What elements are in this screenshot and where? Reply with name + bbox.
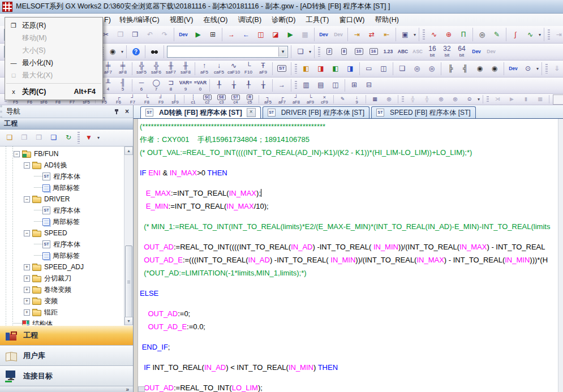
tab-close-icon[interactable]: × [247,108,256,117]
pulse-close-branch-icon[interactable]: ╪aF8 [115,62,130,75]
doc-generation-icon[interactable]: ❏ [395,65,410,72]
npulse-open-branch-icon[interactable]: ╫saF7 [164,62,178,75]
st-tool4-icon[interactable]: ▦ [533,97,547,102]
corner4-icon[interactable]: └F8 [140,95,154,104]
vline-icon[interactable]: │sF9 [168,95,182,104]
dropdown-arrow-icon[interactable]: ▾ [412,32,417,37]
se-block-icon[interactable]: SEc3 [214,94,229,104]
menu-item-window[interactable]: 窗口(W) [334,14,369,26]
inline-st1-icon[interactable]: ◧ [299,65,313,72]
pc-connect-icon[interactable]: ▣ [398,31,412,38]
block-down-icon[interactable]: ⇓ [549,65,563,72]
edit-block2-icon[interactable]: ◫ [376,65,391,72]
menu-item-fragment[interactable]: F) [104,15,114,25]
hline-6-icon[interactable]: ─6 [134,79,149,92]
editor-vertical-scrollbar[interactable] [558,119,563,392]
new-device-icon[interactable]: Dev [484,48,498,55]
help-icon[interactable]: ? [128,48,143,55]
find-device2-icon[interactable]: ◎ [424,65,439,72]
toolbar-grip[interactable] [295,81,297,90]
sc-block-icon[interactable]: SCc2 [200,94,214,104]
dropdown-arrow-icon[interactable]: ▾ [308,49,312,54]
data-info-icon[interactable]: ❏ [46,134,61,141]
monitor-stop-icon[interactable]: ▦ [298,31,312,38]
dropdown-arrow-icon[interactable]: ▾ [535,66,540,71]
dropdown-arrow-icon[interactable]: ▾ [476,97,481,102]
block-8-icon[interactable]: ⊐8 [164,79,178,92]
corner5-icon[interactable]: ╛F9 [154,95,168,104]
undo-icon[interactable]: ↶ [143,31,157,38]
delete-x-icon[interactable]: ×cF9 [317,95,332,104]
redo-icon[interactable]: ↷ [157,31,172,38]
tree-item-ad-conversion-labels[interactable]: 局部标签 [0,182,124,193]
write-to-plc-icon[interactable]: → [224,31,239,38]
sort-down-icon[interactable]: ↓9 [350,95,364,104]
corner2-icon[interactable]: ┌F6 [111,95,126,104]
display-bin-icon[interactable]: 2 [322,48,337,55]
toolbar-grip[interactable] [487,96,489,102]
goto-end-icon[interactable]: → [274,81,289,89]
toolbar-grip[interactable] [548,29,550,39]
npulse-close-icon[interactable]: ╬saF6 [149,62,164,75]
scroll-down-icon[interactable] [124,317,133,325]
expander-icon[interactable]: + [24,298,30,304]
device-table-icon[interactable]: ▦ [368,97,382,102]
display-32bit-icon[interactable]: 32bit [440,45,454,58]
edit-pencil-icon[interactable]: ✎ [336,97,350,102]
wizard2-icon[interactable]: ╣ [458,65,472,72]
tree-item-driver-program[interactable]: ST程序本体 [0,205,124,216]
rising-pair2-icon[interactable]: ╀ [241,81,256,89]
display-hex-icon[interactable]: 16 [366,48,381,55]
tab-driver[interactable]: STDRIVER [FB] 程序本体 [ST] [263,106,369,118]
st-tool3-icon[interactable]: ▮ [519,97,533,102]
device-monitor-icon[interactable]: Dev [316,31,331,38]
trace-point-icon[interactable]: ⊕ [441,31,456,38]
falling-pair1-icon[interactable]: ╁ [226,81,241,89]
watch-stop-icon[interactable]: ⇤ [379,31,394,38]
tree-item-speed-labels[interactable]: 局部标签 [0,250,124,261]
remote-operation-icon[interactable]: ◪ [268,31,283,38]
toolbar-grip[interactable] [78,132,80,143]
st-editor[interactable]: (***************************************… [134,119,563,392]
nav-button-project[interactable]: 工程 [0,325,133,346]
toolbar-grip[interactable] [402,96,404,102]
system-menu-minimize[interactable]: —最小化(N) [5,57,102,69]
device-comment-edit-icon[interactable]: Dev [469,48,484,55]
edit-block1-icon[interactable]: ▭ [362,65,376,72]
scroll-up-icon[interactable] [124,147,133,155]
delete-line-icon[interactable]: ŦaF9 [256,62,270,75]
device-search-icon[interactable]: ◎ [475,31,489,38]
falling-icon[interactable]: ↓caF5 [212,62,226,75]
expander-icon[interactable]: − [24,162,30,169]
tab-speed[interactable]: STSPEED [FB] 程序本体 [ST] [371,106,476,118]
list-view3-icon[interactable]: ◫ [328,81,343,89]
tree-item-driver[interactable]: −DRIVER [0,193,124,205]
arc2-icon[interactable]: ┌aF7 [275,95,289,104]
npulse-close-branch-icon[interactable]: ╫saF8 [178,62,193,75]
paste-data-icon[interactable]: ❒ [32,134,46,141]
new-data-icon[interactable]: ❏ [2,134,17,141]
tree-item-speed-adj[interactable]: +SPEED_ADJ [0,261,124,273]
system-menu-restore[interactable]: ❐还原(R) [5,19,102,32]
collapse-all-icon[interactable]: ⊟ [362,81,376,89]
display-ascii-icon[interactable]: ASC [410,48,425,55]
tree-item-structures[interactable]: 结构体 [0,318,124,325]
menu-item-diagnostics[interactable]: 诊断(D) [267,14,300,26]
var-assign-icon[interactable]: VAR=9 [178,79,193,92]
status-field[interactable] [553,94,563,105]
menu-item-debug[interactable]: 调试(B) [233,14,267,26]
wizard1-icon[interactable]: ╠ [443,65,458,72]
ref-loupe2-icon[interactable]: ◎ [448,97,462,102]
find-icon[interactable] [147,48,162,55]
read-from-plc-icon[interactable]: ← [239,31,253,38]
list-view1-icon[interactable]: ▥ [299,81,313,89]
r-block-icon[interactable]: Rc5 [243,94,257,104]
arc3-icon[interactable]: ┘aF8 [289,95,303,104]
display-abc-icon[interactable]: ABC [396,48,410,55]
wizard4-icon[interactable]: ◉ [487,65,502,72]
navigation-overflow-chevron[interactable]: » [0,386,133,392]
sampling-trace2-icon[interactable]: ∿ [523,31,538,38]
st-tool1-icon[interactable]: ⋊ [491,97,505,102]
menu-item-help[interactable]: 帮助(H) [370,14,404,26]
copy-icon[interactable]: ❐ [113,31,128,38]
